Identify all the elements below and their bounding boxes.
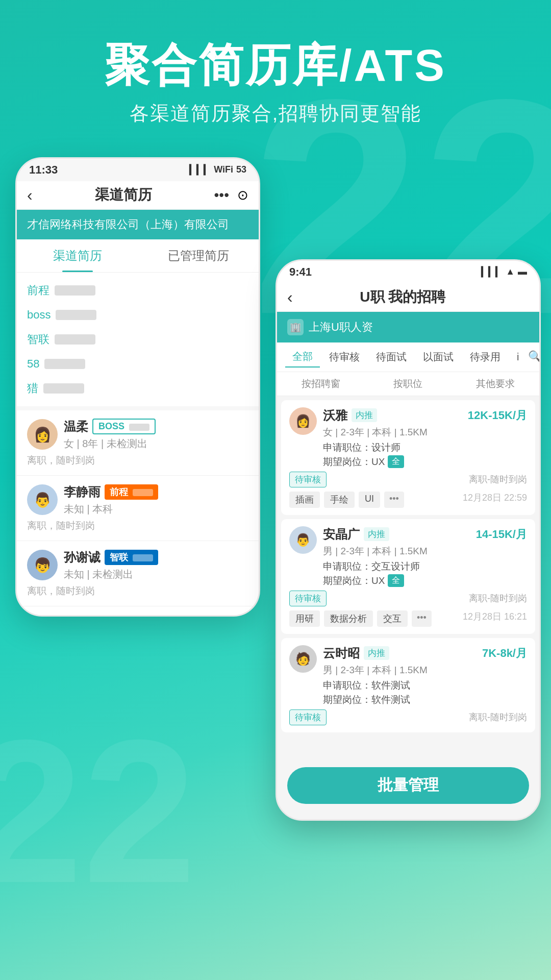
person-info-1: 温柔 BOSS 女 | 8年 | 未检测出 — [64, 419, 248, 451]
candidate-header-1: 👩 沃雅 内推 12K-15K/月 女 | 2-3年 | 本科 | 1.5KM … — [289, 407, 527, 469]
table-row[interactable]: 👨 李静雨 前程 未知 | 本科 离职，随时到岗 — [17, 476, 259, 541]
avatar: 👦 — [27, 550, 58, 580]
person-name-2: 李静雨 前程 — [64, 484, 248, 500]
phones-area: 11:33 ▎▎▎ WiFi 53 ‹ 渠道简历 ••• ⊙ 才信网络科技有限公… — [0, 157, 551, 882]
left-nav-bar: ‹ 渠道简历 ••• ⊙ — [17, 181, 259, 210]
avatar: 👨 — [27, 484, 58, 515]
table-row[interactable]: 👩 温柔 BOSS 女 | 8年 | 未检测出 离职，随时到岗 — [17, 410, 259, 476]
right-wifi-icon: ▲ — [506, 266, 515, 277]
tab-managed-resume[interactable]: 已管理简历 — [138, 239, 259, 272]
person-detail-2: 未知 | 本科 — [64, 502, 248, 516]
tag-all-2: 全 — [388, 574, 404, 587]
skill-tag: 插画 — [289, 492, 320, 508]
target-icon[interactable]: ⊙ — [237, 187, 248, 203]
list-item[interactable]: 👩 沃雅 内推 12K-15K/月 女 | 2-3年 | 本科 | 1.5KM … — [281, 400, 535, 515]
channel-qiancheng[interactable]: 前程 — [17, 278, 259, 303]
candidate-main-2: 安晶广 内推 14-15K/月 男 | 2-3年 | 本科 | 1.5KM 申请… — [323, 526, 527, 587]
avatar: 👨 — [289, 526, 317, 554]
right-back-btn[interactable]: ‹ — [287, 288, 293, 307]
candidate-expect-2: 期望岗位：UX 全 — [323, 574, 527, 587]
person-status-3: 离职，随时到岗 — [27, 584, 248, 598]
resume-header-4: 👧 陈喜月 58 女 | 3年 | 本科 — [27, 615, 248, 617]
left-status-icons: ▎▎▎ WiFi 53 — [189, 164, 246, 176]
avatar: 🧑 — [289, 645, 317, 673]
right-company-name: 上海U职人资 — [309, 320, 373, 335]
candidate-name-row-2: 安晶广 内推 14-15K/月 — [323, 526, 527, 543]
skill-tag: 手绘 — [324, 492, 355, 508]
main-title: 聚合简历库/ATS — [0, 41, 551, 90]
channel-lie-blur — [43, 383, 84, 394]
tab-channel-resume[interactable]: 渠道简历 — [17, 239, 138, 272]
phone-right: 9:41 ▎▎▎ ▲ ▬ ‹ U职 我的招聘 🏢 上海U职人资 全部 待审核 待… — [276, 259, 541, 821]
more-skills-tag: ••• — [412, 610, 432, 627]
channel-boss-blur — [56, 310, 96, 320]
company-icon: 🏢 — [287, 319, 304, 335]
phone-left: 11:33 ▎▎▎ WiFi 53 ‹ 渠道简历 ••• ⊙ 才信网络科技有限公… — [15, 157, 260, 617]
person-name-3: 孙谢诚 智联 — [64, 549, 248, 566]
left-back-btn[interactable]: ‹ — [27, 186, 33, 205]
source-badge-qiancheng: 前程 — [105, 484, 158, 500]
right-signal-icon: ▎▎▎ — [481, 266, 503, 278]
left-company-name: 才信网络科技有限公司（上海）有限公司 — [27, 218, 229, 231]
battery-icon: 53 — [236, 164, 246, 175]
left-tabs-row: 渠道简历 已管理简历 — [17, 239, 259, 273]
candidate-name-2: 安晶广 — [323, 526, 360, 543]
candidate-source-2: 内推 — [364, 527, 389, 541]
candidate-main-3: 云时昭 内推 7K-8k/月 男 | 2-3年 | 本科 | 1.5KM 申请职… — [323, 645, 527, 706]
candidate-status-row-3: 待审核 离职-随时到岗 — [289, 709, 527, 725]
sub-tab-other[interactable]: 其他要求 — [452, 372, 539, 396]
filter-tab-i[interactable]: i — [510, 348, 526, 366]
candidate-avail-1: 离职-随时到岗 — [469, 473, 527, 485]
person-status-2: 离职，随时到岗 — [27, 519, 248, 532]
channel-boss[interactable]: boss — [17, 303, 259, 327]
right-filter-tabs: 全部 待审核 待面试 以面试 待录用 i 🔍 — [277, 342, 539, 372]
batch-manage-button[interactable]: 批量管理 — [287, 767, 529, 804]
candidate-apply-3: 申请职位：软件测试 — [323, 679, 527, 692]
channel-58-blur — [44, 359, 85, 369]
candidate-salary-1: 12K-15K/月 — [468, 408, 527, 423]
filter-tab-interview-pending[interactable]: 待面试 — [369, 347, 414, 367]
list-item[interactable]: 👨 安晶广 内推 14-15K/月 男 | 2-3年 | 本科 | 1.5KM … — [281, 519, 535, 634]
skill-tag: 数据分析 — [324, 610, 373, 627]
avatar: 👧 — [27, 615, 58, 617]
channel-zhilian-blur — [55, 334, 95, 345]
candidate-tags-2: 用研 数据分析 交互 ••• 12月28日 16:21 — [289, 610, 527, 627]
candidate-name-row-3: 云时昭 内推 7K-8k/月 — [323, 645, 527, 662]
channel-58[interactable]: 58 — [17, 352, 259, 376]
right-nav-bar: ‹ U职 我的招聘 — [277, 283, 539, 312]
filter-tab-interviewed[interactable]: 以面试 — [416, 347, 461, 367]
left-time: 11:33 — [29, 163, 58, 177]
channel-list: 前程 boss 智联 58 猎 — [17, 273, 259, 406]
skill-tag: 交互 — [377, 610, 408, 627]
table-row[interactable]: 👧 陈喜月 58 女 | 3年 | 本科 离职，随时到岗 — [17, 606, 259, 617]
left-nav-title: 渠道简历 — [95, 185, 152, 205]
candidate-apply-2: 申请职位：交互设计师 — [323, 560, 527, 573]
sub-tab-position[interactable]: 按职位 — [364, 372, 452, 396]
channel-zhilian[interactable]: 智联 — [17, 327, 259, 352]
person-info-4: 陈喜月 58 女 | 3年 | 本科 — [64, 615, 248, 617]
filter-tab-offer[interactable]: 待录用 — [463, 347, 508, 367]
resume-header-1: 👩 温柔 BOSS 女 | 8年 | 未检测出 — [27, 419, 248, 451]
more-icon[interactable]: ••• — [214, 187, 229, 203]
candidate-name-row-1: 沃雅 内推 12K-15K/月 — [323, 407, 527, 424]
candidate-apply-1: 申请职位：设计师 — [323, 441, 527, 454]
candidate-info-3: 男 | 2-3年 | 本科 | 1.5KM — [323, 664, 527, 677]
list-item[interactable]: 🧑 云时昭 内推 7K-8k/月 男 | 2-3年 | 本科 | 1.5KM 申… — [281, 638, 535, 732]
channel-lie[interactable]: 猎 — [17, 376, 259, 401]
candidate-name-3: 云时昭 — [323, 645, 360, 662]
search-icon[interactable]: 🔍 — [528, 350, 539, 363]
candidate-tags-1: 插画 手绘 UI ••• 12月28日 22:59 — [289, 492, 527, 508]
sub-tab-window[interactable]: 按招聘窗 — [277, 372, 364, 396]
candidate-avail-2: 离职-随时到岗 — [469, 592, 527, 604]
channel-qiancheng-blur — [55, 285, 95, 296]
left-nav-icons: ••• ⊙ — [214, 187, 248, 203]
table-row[interactable]: 👦 孙谢诚 智联 未知 | 未检测出 离职，随时到岗 — [17, 541, 259, 606]
filter-tab-pending[interactable]: 待审核 — [322, 347, 367, 367]
filter-tab-all[interactable]: 全部 — [285, 347, 320, 368]
resume-header-3: 👦 孙谢诚 智联 未知 | 未检测出 — [27, 549, 248, 581]
source-badge-zhilian: 智联 — [105, 550, 158, 565]
candidate-time-1: 12月28日 22:59 — [463, 492, 527, 508]
left-status-bar: 11:33 ▎▎▎ WiFi 53 — [17, 159, 259, 181]
left-company-bar: 才信网络科技有限公司（上海）有限公司 — [17, 210, 259, 239]
right-time: 9:41 — [289, 265, 312, 279]
